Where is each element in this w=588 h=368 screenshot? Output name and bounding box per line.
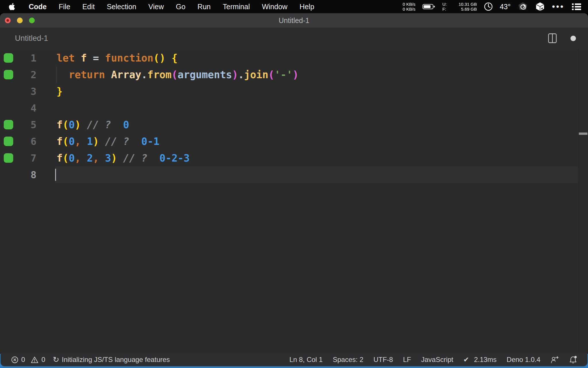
perf-time: 2.13ms xyxy=(474,356,497,364)
more-menu-icon[interactable]: ••• xyxy=(552,2,564,12)
sync-icon: ↻ xyxy=(53,356,59,364)
disk-used-value: 10.31 GB xyxy=(459,2,477,7)
line-number: 1 xyxy=(0,50,36,66)
line-number: 5 xyxy=(0,116,36,133)
deno-version-indicator[interactable]: Deno 1.0.4 xyxy=(507,356,540,364)
overview-ruler-cursor-mark[interactable] xyxy=(579,133,587,135)
clock-icon[interactable] xyxy=(484,2,493,11)
code-line-7[interactable]: 7f(0, 2, 3) // ? 0-2-3 xyxy=(0,150,588,166)
code-line-2[interactable]: 2 return Array.from(arguments).join('-') xyxy=(0,66,588,83)
code-text: f(0, 1) // ? 0-1 xyxy=(57,133,159,150)
code-line-4[interactable]: 4 xyxy=(0,100,588,116)
notification-bell-icon[interactable] xyxy=(569,355,578,364)
dirty-file-dot[interactable] xyxy=(570,36,576,41)
menubar-status-items: 0 KB/s 0 KB/s U: 10.31 GB F: 5.69 GB xyxy=(403,1,588,12)
apple-menu[interactable] xyxy=(0,3,23,11)
menu-item-help[interactable]: Help xyxy=(293,0,320,13)
network-down: 0 KB/s xyxy=(403,7,415,12)
menu-item-selection[interactable]: Selection xyxy=(101,0,142,13)
error-count: 0 xyxy=(21,356,25,364)
menu-item-code[interactable]: Code xyxy=(23,0,53,13)
text-cursor xyxy=(55,169,56,181)
line-number: 3 xyxy=(0,83,36,100)
line-number: 7 xyxy=(0,150,36,166)
macos-menu-bar: CodeFileEditSelectionViewGoRunTerminalWi… xyxy=(0,0,588,13)
eol-indicator[interactable]: LF xyxy=(403,356,411,364)
swirl-app-icon[interactable] xyxy=(517,1,528,12)
network-speed-indicator[interactable]: 0 KB/s 0 KB/s xyxy=(403,2,415,12)
code-text: f(0) // ? 0 xyxy=(57,116,129,133)
network-up: 0 KB/s xyxy=(403,2,415,7)
error-circle-icon xyxy=(11,356,19,364)
code-text: f(0, 2, 3) // ? 0-2-3 xyxy=(57,150,190,166)
line-number: 2 xyxy=(0,66,36,83)
code-line-5[interactable]: 5f(0) // ? 0 xyxy=(0,116,588,133)
indentation-indicator[interactable]: Spaces: 2 xyxy=(333,356,363,364)
disk-free-value: 5.69 GB xyxy=(461,7,477,12)
code-line-6[interactable]: 6f(0, 1) // ? 0-1 xyxy=(0,133,588,150)
list-menu-icon[interactable] xyxy=(571,3,582,11)
code-line-8[interactable]: 8 xyxy=(0,166,588,183)
encoding-indicator[interactable]: UTF-8 xyxy=(374,356,393,364)
battery-icon[interactable] xyxy=(422,3,436,10)
editor-header: Untitled-1 xyxy=(0,28,588,49)
warning-triangle-icon xyxy=(30,356,39,364)
screen: CodeFileEditSelectionViewGoRunTerminalWi… xyxy=(0,0,588,368)
quokka-perf-indicator[interactable]: ✔ 2.13ms xyxy=(463,356,497,364)
code-text: let f = function() { xyxy=(57,50,178,66)
language-mode-indicator[interactable]: JavaScript xyxy=(421,356,453,364)
split-editor-icon[interactable] xyxy=(548,33,557,43)
warning-count: 0 xyxy=(41,356,45,364)
code-text: } xyxy=(57,83,63,100)
menu-item-go[interactable]: Go xyxy=(170,0,192,13)
language-status-message[interactable]: ↻ Initializing JS/TS language features xyxy=(53,356,170,364)
disk-free-label: F: xyxy=(442,7,446,12)
cursor-position-indicator[interactable]: Ln 8, Col 1 xyxy=(289,356,323,364)
problems-indicator[interactable]: 0 0 xyxy=(11,356,45,364)
check-icon: ✔ xyxy=(463,356,469,364)
line-number: 8 xyxy=(0,166,36,183)
line-number: 4 xyxy=(0,100,36,116)
menu-item-window[interactable]: Window xyxy=(256,0,293,13)
cube-app-icon[interactable] xyxy=(535,2,545,12)
code-line-1[interactable]: 1let f = function() { xyxy=(0,50,588,66)
feedback-person-icon[interactable] xyxy=(550,356,559,364)
status-message-text: Initializing JS/TS language features xyxy=(62,356,170,364)
code-text: return Array.from(arguments).join('-') xyxy=(57,66,299,83)
window-title: Untitled-1 xyxy=(0,13,588,28)
tab-untitled-1[interactable]: Untitled-1 xyxy=(15,28,48,49)
disk-used-label: U: xyxy=(442,2,447,7)
scrollbar-gutter-line xyxy=(579,49,579,353)
menu-items: CodeFileEditSelectionViewGoRunTerminalWi… xyxy=(23,0,320,13)
menu-item-terminal[interactable]: Terminal xyxy=(217,0,256,13)
menu-item-edit[interactable]: Edit xyxy=(76,0,101,13)
temperature-indicator[interactable]: 43° xyxy=(500,3,511,11)
code-lines: 1let f = function() {2 return Array.from… xyxy=(0,50,588,183)
apple-icon xyxy=(9,3,15,11)
menu-item-run[interactable]: Run xyxy=(192,0,217,13)
code-line-3[interactable]: 3} xyxy=(0,83,588,100)
menu-item-view[interactable]: View xyxy=(142,0,170,13)
window-title-bar: Untitled-1 xyxy=(0,13,588,28)
disk-usage-indicator[interactable]: U: 10.31 GB F: 5.69 GB xyxy=(442,2,477,12)
menu-item-file[interactable]: File xyxy=(53,0,76,13)
line-number: 6 xyxy=(0,133,36,150)
code-editor[interactable]: 1let f = function() {2 return Array.from… xyxy=(0,49,588,353)
status-bar: 0 0 ↻ Initializing JS/TS language featur… xyxy=(1,353,587,366)
